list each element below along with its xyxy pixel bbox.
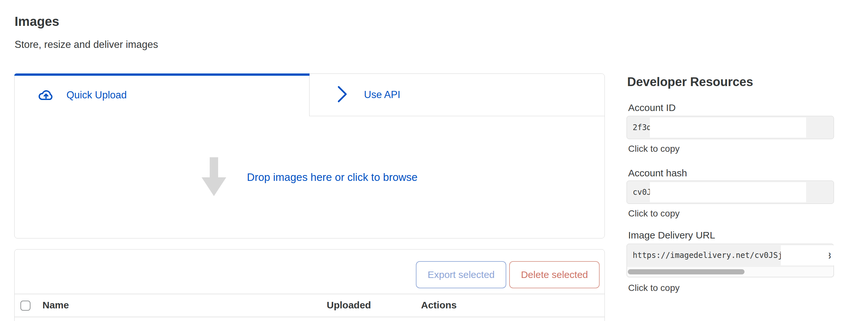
account-id-value: 2f3d [633,116,651,139]
horizontal-scrollbar-thumb[interactable] [628,269,745,275]
developer-resources-heading: Developer Resources [627,75,753,89]
account-id-label: Account ID [628,102,676,113]
image-delivery-url-copy-hint[interactable]: Click to copy [628,283,680,293]
cloud-upload-icon [35,86,57,104]
chevron-right-icon [337,85,348,105]
arrow-down-icon [202,157,226,198]
dropzone-label: Drop images here or click to browse [247,171,417,183]
images-table-panel: Export selected Delete selected Name Upl… [14,249,605,321]
column-header-actions: Actions [421,300,457,311]
page-title: Images [14,14,59,29]
image-delivery-url-value: https://imagedelivery.net/cv0JSj [633,244,782,266]
images-dashboard-page: Images Store, resize and deliver images … [0,0,868,321]
partial-character-fragment: 3 [829,249,832,262]
account-hash-field[interactable]: cv0J [626,181,834,204]
account-id-copy-hint[interactable]: Click to copy [628,144,680,154]
tab-use-api-label: Use API [364,89,400,101]
upload-panel: Quick Upload Use API Drop images here or… [14,73,605,239]
image-delivery-url-field[interactable]: https://imagedelivery.net/cv0JSj 3 [626,244,834,277]
table-header-row: Name Uploaded Actions [14,294,604,317]
column-header-name: Name [42,300,69,311]
redaction-overlay [781,245,834,265]
page-subtitle: Store, resize and deliver images [14,39,158,50]
tab-quick-upload[interactable]: Quick Upload [14,74,309,116]
tab-use-api[interactable]: Use API [309,74,604,116]
delete-selected-button[interactable]: Delete selected [509,261,600,288]
image-dropzone[interactable]: Drop images here or click to browse [14,116,604,239]
horizontal-scrollbar-track [627,267,833,277]
redaction-overlay [650,117,806,138]
column-header-uploaded: Uploaded [327,300,371,311]
account-hash-label: Account hash [628,168,687,179]
image-delivery-url-label: Image Delivery URL [628,230,715,241]
account-id-field[interactable]: 2f3d [626,116,834,139]
account-hash-copy-hint[interactable]: Click to copy [628,208,680,219]
tab-row: Quick Upload Use API [14,74,604,116]
redaction-overlay [650,182,806,202]
active-tab-indicator [14,73,310,76]
table-toolbar: Export selected Delete selected [14,249,604,294]
tab-quick-upload-label: Quick Upload [66,89,127,101]
export-selected-button[interactable]: Export selected [416,261,506,288]
select-all-checkbox[interactable] [21,300,30,311]
account-hash-value: cv0J [633,181,651,204]
